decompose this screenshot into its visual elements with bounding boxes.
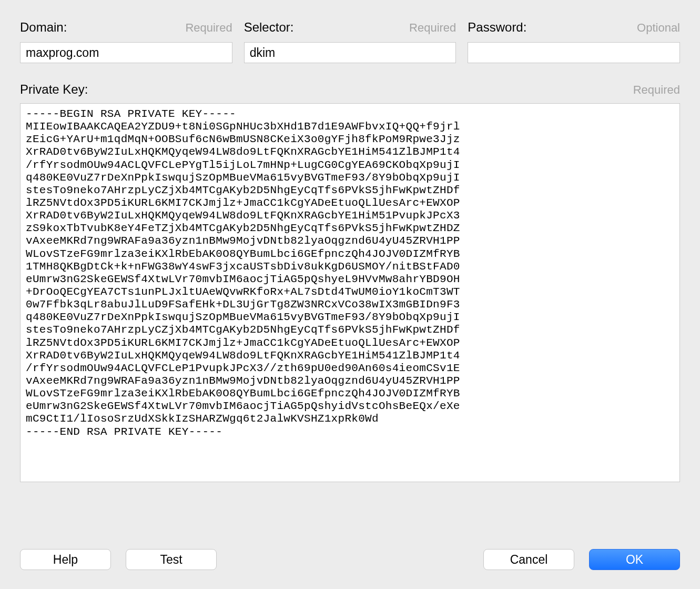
password-header: Password: Optional xyxy=(468,20,680,35)
private-key-section: Private Key: Required xyxy=(20,82,680,533)
private-key-label: Private Key: xyxy=(20,82,88,97)
cancel-button[interactable]: Cancel xyxy=(483,549,574,570)
button-row: Help Test Cancel OK xyxy=(20,533,680,589)
ok-button[interactable]: OK xyxy=(589,549,680,570)
password-label: Password: xyxy=(468,20,526,35)
selector-field-group: Selector: Required xyxy=(244,20,456,63)
test-button[interactable]: Test xyxy=(126,549,217,570)
selector-hint: Required xyxy=(409,21,456,35)
button-group-left: Help Test xyxy=(20,549,217,570)
help-button[interactable]: Help xyxy=(20,549,111,570)
top-fields-row: Domain: Required Selector: Required Pass… xyxy=(20,20,680,63)
button-group-right: Cancel OK xyxy=(483,549,680,570)
selector-header: Selector: Required xyxy=(244,20,456,35)
password-input[interactable] xyxy=(468,42,680,63)
password-hint: Optional xyxy=(637,21,680,35)
private-key-hint: Required xyxy=(633,83,680,97)
private-key-header: Private Key: Required xyxy=(20,82,680,97)
domain-label: Domain: xyxy=(20,20,67,35)
password-field-group: Password: Optional xyxy=(468,20,680,63)
dkim-dialog: Domain: Required Selector: Required Pass… xyxy=(0,0,700,589)
private-key-textarea[interactable] xyxy=(20,103,680,482)
domain-hint: Required xyxy=(185,21,232,35)
domain-field-group: Domain: Required xyxy=(20,20,232,63)
domain-header: Domain: Required xyxy=(20,20,232,35)
selector-input[interactable] xyxy=(244,42,456,63)
selector-label: Selector: xyxy=(244,20,294,35)
domain-input[interactable] xyxy=(20,42,232,63)
